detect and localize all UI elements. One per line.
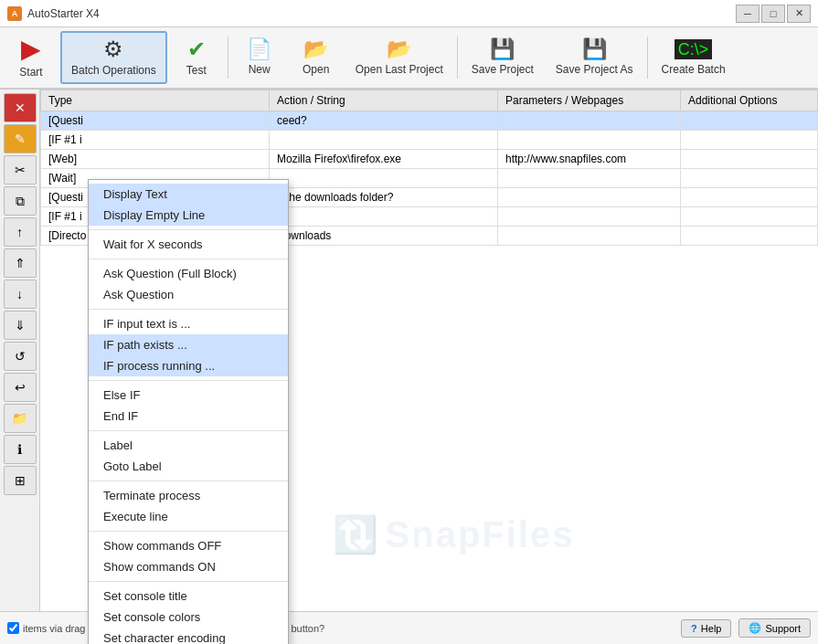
support-label: Support — [765, 623, 801, 634]
copy-button[interactable]: ⧉ — [4, 186, 37, 216]
move-down-button[interactable]: ↓ — [4, 280, 37, 309]
save-as-button[interactable]: 💾 Save Project As — [546, 31, 643, 84]
support-button[interactable]: 🌐 Support — [738, 618, 811, 638]
table-cell: [IF #1 i — [41, 131, 270, 150]
menu-item-execute-line[interactable]: Execute line — [89, 506, 288, 527]
title-bar-left: A AutoStarter X4 — [7, 6, 100, 21]
refresh-button[interactable]: ↺ — [4, 342, 37, 371]
open-icon: 📂 — [303, 39, 328, 59]
menu-item-ask-question-full[interactable]: Ask Question (Full Block) — [89, 263, 288, 284]
table-row[interactable]: [Questiceed? — [41, 111, 818, 131]
menu-item-set-console-colors[interactable]: Set console colors — [89, 607, 288, 628]
col-action: Action / String — [270, 90, 498, 111]
menu-item-set-char-encoding[interactable]: Set character encoding — [89, 628, 288, 644]
menu-item-if-process-running[interactable]: IF process running ... — [89, 355, 288, 376]
open-last-button[interactable]: 📂 Open Last Project — [345, 31, 453, 84]
table-cell — [270, 207, 498, 227]
watermark-icon: 🔃 — [333, 513, 378, 556]
table-cell — [681, 150, 818, 169]
test-label: Test — [186, 64, 207, 77]
title-bar: A AutoStarter X4 ─ □ ✕ — [0, 0, 818, 27]
save-as-label: Save Project As — [556, 63, 633, 76]
delete-button[interactable]: ✕ — [4, 93, 37, 122]
save-button[interactable]: 💾 Save Project — [462, 31, 544, 84]
minimize-button[interactable]: ─ — [736, 5, 760, 23]
table-cell — [681, 188, 818, 207]
move-bottom-button[interactable]: ⇓ — [4, 311, 37, 340]
menu-separator — [89, 229, 288, 230]
drag-drop-checkbox[interactable] — [7, 622, 19, 634]
table-cell — [498, 227, 681, 246]
table-cell — [681, 227, 818, 246]
new-label: New — [249, 63, 271, 76]
table-cell — [270, 131, 498, 150]
menu-item-set-console-title[interactable]: Set console title — [89, 586, 288, 607]
start-button[interactable]: ▶ Start — [4, 31, 58, 84]
create-batch-icon: C:\> — [675, 39, 713, 59]
menu-item-display-empty-line[interactable]: Display Empty Line — [89, 205, 288, 226]
save-label: Save Project — [472, 63, 534, 76]
table-cell — [270, 169, 498, 188]
menu-item-show-commands-on[interactable]: Show commands ON — [89, 556, 288, 577]
menu-separator — [89, 581, 288, 582]
create-batch-label: Create Batch — [662, 63, 726, 76]
table-cell: ceed? — [270, 111, 498, 131]
watermark-text: SnapFiles — [386, 514, 575, 555]
table-cell: [Web] — [41, 150, 270, 169]
menu-item-show-commands-off[interactable]: Show commands OFF — [89, 535, 288, 556]
table-cell — [498, 131, 681, 150]
menu-item-else-if[interactable]: Else IF — [89, 385, 288, 406]
table-cell: n the downloads folder? — [270, 188, 498, 207]
table-row[interactable]: [IF #1 i — [41, 131, 818, 150]
grid-button[interactable]: ⊞ — [4, 466, 37, 495]
undo-button[interactable]: ↩ — [4, 373, 37, 402]
close-button[interactable]: ✕ — [787, 5, 811, 23]
menu-item-goto-label[interactable]: Goto Label — [89, 456, 288, 477]
table-cell — [681, 169, 818, 188]
folder-button[interactable]: 📁 — [4, 404, 37, 433]
table-cell: http://www.snapfiles.com — [498, 150, 681, 169]
new-button[interactable]: 📄 New — [232, 31, 287, 84]
toolbar-sep-1 — [228, 37, 228, 79]
help-icon: ? — [691, 623, 697, 634]
table-row[interactable]: [Web]Mozilla Firefox\firefox.exehttp://w… — [41, 150, 818, 169]
menu-separator — [89, 380, 288, 381]
move-up-button[interactable]: ↑ — [4, 217, 37, 247]
scissors-button[interactable]: ✂ — [4, 155, 37, 185]
table-cell — [681, 131, 818, 150]
edit-button[interactable]: ✎ — [4, 124, 37, 153]
table-cell — [498, 207, 681, 227]
move-top-button[interactable]: ⇑ — [4, 248, 37, 278]
menu-item-label[interactable]: Label — [89, 435, 288, 456]
batch-operations-button[interactable]: ⚙ Batch Operations — [60, 31, 167, 84]
info-button[interactable]: ℹ — [4, 435, 37, 464]
menu-item-terminate-process[interactable]: Terminate process — [89, 485, 288, 506]
menu-item-if-path-exists[interactable]: IF path exists ... — [89, 334, 288, 355]
app-icon: A — [7, 6, 22, 21]
test-icon: ✔ — [187, 38, 206, 60]
support-icon: 🌐 — [749, 622, 761, 634]
table-cell — [498, 188, 681, 207]
test-button[interactable]: ✔ Test — [169, 31, 224, 84]
menu-separator — [89, 430, 288, 431]
maximize-button[interactable]: □ — [761, 5, 785, 23]
col-options: Additional Options — [681, 90, 818, 111]
menu-item-wait-for-x[interactable]: Wait for X seconds — [89, 234, 288, 255]
table-header-row: Type Action / String Parameters / Webpag… — [41, 90, 818, 111]
help-button[interactable]: ? Help — [681, 619, 731, 638]
open-last-label: Open Last Project — [356, 63, 443, 76]
menu-separator — [89, 309, 288, 310]
watermark: 🔃 SnapFiles — [333, 513, 575, 556]
menu-item-display-text[interactable]: Display Text — [89, 184, 288, 205]
app-title: AutoStarter X4 — [27, 7, 100, 20]
col-type: Type — [41, 90, 270, 111]
batch-label: Batch Operations — [71, 64, 156, 77]
create-batch-button[interactable]: C:\> Create Batch — [652, 31, 736, 84]
menu-item-end-if[interactable]: End IF — [89, 406, 288, 427]
menu-item-if-input-text[interactable]: IF input text is ... — [89, 313, 288, 334]
table-cell — [498, 111, 681, 131]
table-cell: Downloads — [270, 227, 498, 246]
col-params: Parameters / Webpages — [498, 90, 681, 111]
menu-item-ask-question[interactable]: Ask Question — [89, 284, 288, 305]
open-button[interactable]: 📂 Open — [289, 31, 344, 84]
